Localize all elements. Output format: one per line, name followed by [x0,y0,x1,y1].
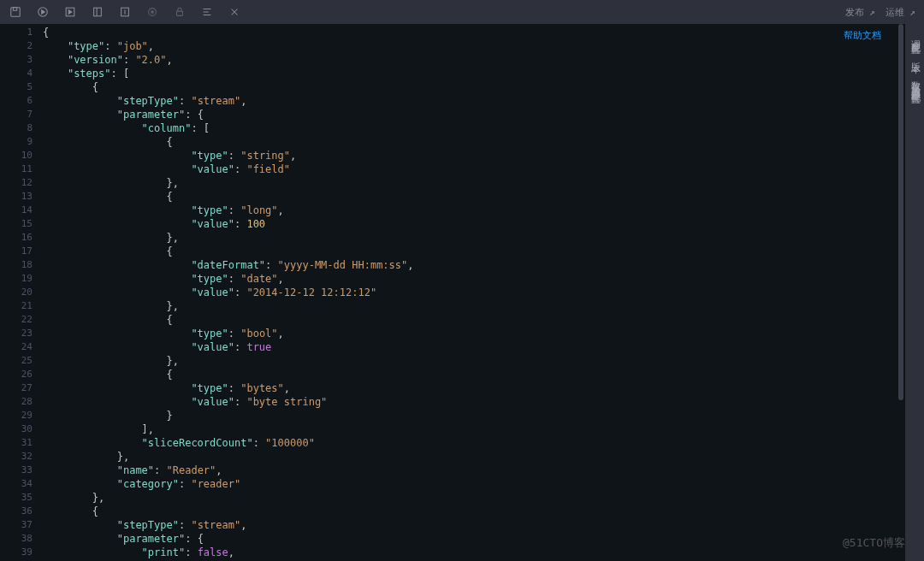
code-line[interactable]: "value": "byte string" [43,395,897,409]
line-number: 38 [0,532,33,546]
code-content[interactable]: { "type": "job", "version": "2.0", "step… [43,24,897,561]
line-number: 25 [0,354,33,368]
right-side-panel: 调度配置 版本 数据集成资源组配置 [905,24,924,561]
code-line[interactable]: }, [43,354,897,368]
line-number: 3 [0,53,33,67]
line-number: 9 [0,135,33,149]
code-line[interactable]: "type": "job", [43,39,897,53]
svg-rect-4 [94,8,102,16]
code-line[interactable]: }, [43,491,897,505]
line-number: 4 [0,67,33,80]
line-number: 24 [0,340,33,354]
line-number: 28 [0,395,33,409]
code-line[interactable]: "parameter": { [43,108,897,121]
code-line[interactable]: } [43,409,897,422]
help-doc-link[interactable]: 帮助文档 [844,29,881,42]
code-line[interactable]: }, [43,299,897,313]
code-line[interactable]: "stepType": "stream", [43,518,897,532]
code-line[interactable]: "value": true [43,340,897,354]
scrollbar-thumb[interactable] [898,24,903,400]
code-line[interactable]: { [43,80,897,94]
code-line[interactable]: { [43,245,897,258]
svg-rect-8 [177,11,183,15]
stop-icon[interactable] [91,5,104,19]
save-icon[interactable] [9,5,22,19]
code-line[interactable]: { [43,26,897,39]
code-line[interactable]: }, [43,176,897,190]
code-line[interactable]: "sliceRecordCount": "100000" [43,436,897,450]
code-line[interactable]: "type": "string", [43,149,897,162]
format-icon[interactable] [200,5,214,19]
line-number: 30 [0,422,33,436]
line-number: 1 [0,26,33,39]
watermark: @51CTO博客 [843,535,905,551]
tab-schedule-config[interactable]: 调度配置 [909,29,921,43]
code-line[interactable]: { [43,135,897,149]
line-number: 31 [0,436,33,450]
code-line[interactable]: "stepType": "stream", [43,94,897,108]
line-number: 22 [0,313,33,327]
editor-toolbar: 发布 ↗ 运维 ↗ [0,0,924,24]
run-selected-icon[interactable] [63,5,77,19]
line-number: 16 [0,231,33,245]
svg-rect-0 [11,8,21,17]
line-number: 32 [0,450,33,464]
line-number: 15 [0,217,33,231]
code-line[interactable]: "steps": [ [43,67,897,80]
line-number: 19 [0,272,33,286]
tab-version[interactable]: 版本 [909,51,921,62]
code-line[interactable]: { [43,190,897,204]
line-number: 5 [0,80,33,94]
line-number: 10 [0,149,33,162]
line-number: 8 [0,121,33,135]
line-number: 17 [0,245,33,258]
code-line[interactable]: "value": "field" [43,162,897,176]
line-number: 39 [0,546,33,559]
code-line[interactable]: "value": "2014-12-12 12:12:12" [43,286,897,299]
line-number: 11 [0,162,33,176]
code-line[interactable]: { [43,505,897,518]
record-icon[interactable] [145,5,159,19]
line-number: 33 [0,464,33,477]
code-line[interactable]: "type": "bytes", [43,381,897,395]
code-line[interactable]: "parameter": { [43,532,897,546]
line-number: 37 [0,518,33,532]
line-number: 21 [0,299,33,313]
code-line[interactable]: "type": "bool", [43,327,897,340]
code-line[interactable]: "type": "long", [43,204,897,217]
code-line[interactable]: }, [43,231,897,245]
line-number: 26 [0,368,33,381]
lock-icon[interactable] [173,5,187,19]
code-line[interactable]: }, [43,450,897,464]
line-number: 13 [0,190,33,204]
code-line[interactable]: "type": "date", [43,272,897,286]
code-line[interactable]: "value": 100 [43,217,897,231]
tools-icon[interactable] [228,5,241,19]
code-line[interactable]: "column": [ [43,121,897,135]
svg-rect-1 [13,8,16,11]
line-number: 20 [0,286,33,299]
line-number: 23 [0,327,33,340]
operations-link[interactable]: 运维 ↗ [886,6,915,19]
run-icon[interactable] [36,5,50,19]
editor-scrollbar[interactable] [897,24,905,561]
code-line[interactable]: "dateFormat": "yyyy-MM-dd HH:mm:ss", [43,258,897,272]
publish-link[interactable]: 发布 ↗ [845,6,875,19]
code-line[interactable]: { [43,368,897,381]
code-line[interactable]: ], [43,422,897,436]
code-line[interactable]: "name": "Reader", [43,464,897,477]
code-editor[interactable]: 1234567891011121314151617181920212223242… [0,24,905,561]
code-line[interactable]: { [43,313,897,327]
code-line[interactable]: "print": false, [43,546,897,559]
save-version-icon[interactable] [118,5,132,19]
tab-resource-config[interactable]: 数据集成资源组配置 [909,70,921,92]
line-number: 29 [0,409,33,422]
line-number: 18 [0,258,33,272]
line-number: 35 [0,491,33,505]
code-line[interactable]: "version": "2.0", [43,53,897,67]
line-number: 7 [0,108,33,121]
line-number: 27 [0,381,33,395]
code-line[interactable]: "category": "reader" [43,477,897,491]
line-number: 6 [0,94,33,108]
line-number-gutter: 1234567891011121314151617181920212223242… [0,24,43,561]
